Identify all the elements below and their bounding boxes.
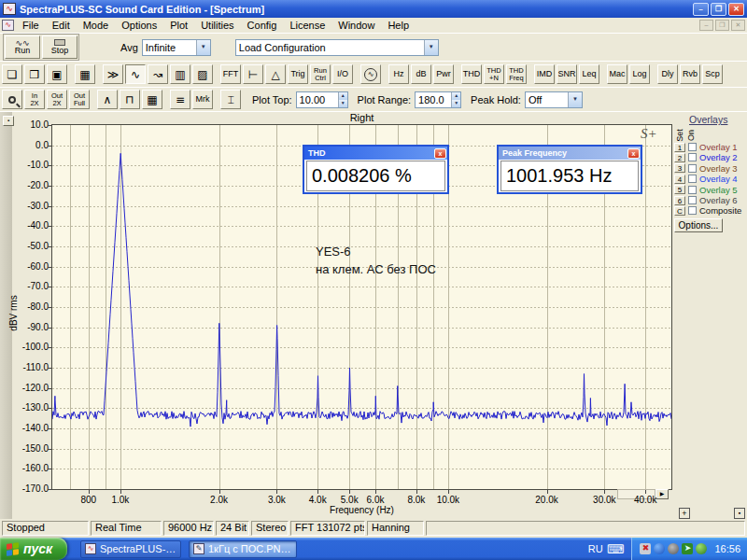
tray-icon-4[interactable]: ➤ [682, 543, 693, 554]
pwr-units-button[interactable]: Pwr [433, 64, 454, 84]
log-button[interactable]: Log [629, 64, 650, 84]
menu-item-edit[interactable]: Edit [46, 20, 77, 31]
plot-top-spinner[interactable]: ▲▼ [338, 92, 347, 107]
taskbar-task-1[interactable]: ∿SpectraPLUS-SC Sou... [80, 540, 181, 558]
plot-range-spinner[interactable]: ▲▼ [451, 92, 460, 107]
legend-button[interactable]: ≡ [170, 90, 190, 109]
restore-button[interactable]: ❐ [711, 3, 726, 16]
tray-icon-1[interactable]: ✖ [640, 543, 651, 554]
trigger-button[interactable]: Trig [288, 64, 308, 84]
peak-frequency-window[interactable]: Peak Frequency x 1001.953 Hz [497, 145, 642, 194]
spinner-down-icon[interactable]: ▼ [452, 100, 460, 107]
spinner-down-icon[interactable]: ▼ [339, 100, 347, 107]
snr-button[interactable]: SNR [557, 64, 577, 84]
leq-button[interactable]: Leq [579, 64, 599, 84]
save-button[interactable]: ▣ [47, 64, 67, 84]
overlay-set-button-5[interactable]: 5 [674, 185, 685, 194]
scope-button[interactable]: Scp [702, 64, 723, 84]
menu-item-utilities[interactable]: Utilities [194, 20, 240, 31]
keyboard-icon[interactable]: ⌨ [607, 542, 625, 556]
taskbar-task-2[interactable]: ✎1кГц с ПОС.PNG - Paint [189, 540, 297, 558]
line-plot-button[interactable]: ∧ [97, 90, 118, 109]
overlay-set-button-C[interactable]: C [674, 206, 685, 216]
thd-window[interactable]: THD x 0.008206 % [303, 145, 449, 194]
io-device-button[interactable]: I/O [332, 64, 353, 84]
peak-frequency-close-icon[interactable]: x [627, 148, 640, 159]
menu-item-options[interactable]: Options [115, 20, 163, 31]
db-units-button[interactable]: dB [411, 64, 431, 84]
overlay-on-checkbox-5[interactable] [688, 186, 697, 194]
overlay-on-checkbox-C[interactable] [688, 206, 697, 215]
menu-item-license[interactable]: License [283, 20, 331, 31]
expand-button[interactable]: + [679, 508, 690, 519]
overlay-options-button[interactable]: Options... [674, 218, 723, 232]
zoom-out-2x-button[interactable]: Out 2X [47, 90, 67, 109]
overlay-set-button-1[interactable]: 1 [674, 143, 685, 152]
avg-select[interactable]: Infinite ▼ [142, 39, 211, 56]
spinner-up-icon[interactable]: ▲ [339, 92, 347, 100]
fft-settings-button[interactable]: FFT [220, 64, 241, 84]
zoom-in-2x-button[interactable]: In 2X [24, 90, 45, 109]
peak-hold-select[interactable]: Off▼ [525, 91, 583, 108]
delay-button[interactable]: Dly [657, 64, 678, 84]
hz-units-button[interactable]: Hz [388, 64, 409, 84]
menu-item-config[interactable]: Config [241, 20, 284, 31]
run-button[interactable]: ∿∿ Run [5, 35, 40, 59]
zoom-tool-button[interactable] [2, 90, 22, 109]
tray-icon-5[interactable] [696, 543, 707, 554]
cursor-button[interactable]: ⌶ [220, 90, 241, 109]
menu-item-window[interactable]: Window [331, 20, 381, 31]
tray-icon-3[interactable] [668, 543, 679, 554]
menu-item-mode[interactable]: Mode [77, 20, 116, 31]
spinner-up-icon[interactable]: ▲ [452, 92, 460, 100]
spectrum-view-button[interactable]: ∿ [125, 64, 146, 84]
thd-window-titlebar[interactable]: THD x [304, 147, 447, 160]
scroll-right-button[interactable]: ▶ [655, 489, 669, 499]
stop-button[interactable]: Stop [42, 35, 78, 59]
peak-frequency-titlebar[interactable]: Peak Frequency x [499, 147, 641, 160]
signal-generator-button[interactable]: ∿ [360, 64, 381, 84]
reverb-button[interactable]: Rvb [680, 64, 700, 84]
menu-item-plot[interactable]: Plot [163, 20, 194, 31]
overlay-set-button-4[interactable]: 4 [674, 175, 685, 184]
overlay-on-checkbox-3[interactable] [688, 164, 697, 173]
child-restore-button[interactable]: ❐ [715, 20, 729, 31]
overlay-on-checkbox-2[interactable] [688, 153, 697, 161]
thd-freq-button[interactable]: THD Freq [506, 64, 527, 84]
tray-icon-2[interactable] [654, 543, 665, 554]
plot-top-input[interactable] [297, 92, 338, 107]
zoom-out-full-button[interactable]: Out Full [69, 90, 90, 109]
time-series-view-button[interactable]: ↝ [148, 64, 168, 84]
spectrogram-view-button[interactable]: ▨ [192, 64, 213, 84]
load-configuration-select[interactable]: Load Configuration ▼ [235, 39, 439, 56]
child-close-button[interactable]: ✕ [731, 20, 745, 31]
close-button[interactable]: ✕ [728, 3, 744, 16]
child-minimize-button[interactable]: – [699, 20, 713, 31]
macro-button[interactable]: Mac [607, 64, 627, 84]
print-button[interactable]: ▦ [75, 64, 95, 84]
menu-item-file[interactable]: File [16, 20, 46, 31]
imd-button[interactable]: IMD [534, 64, 555, 84]
open-file-button[interactable]: ❒ [24, 64, 45, 84]
overlay-set-button-6[interactable]: 6 [674, 196, 685, 205]
calibration-button[interactable]: △ [265, 64, 286, 84]
overlay-on-checkbox-6[interactable] [688, 196, 697, 204]
run-control-button[interactable]: Run Ctrl [310, 64, 331, 84]
thd-close-icon[interactable]: x [434, 148, 446, 159]
thd-button[interactable]: THD [461, 64, 482, 84]
bar-plot-button[interactable]: ▦ [142, 90, 162, 109]
overlay-set-button-2[interactable]: 2 [674, 153, 685, 162]
waterfall-view-button[interactable]: ▥ [170, 64, 190, 84]
overlay-on-checkbox-4[interactable] [688, 175, 697, 183]
start-button[interactable]: пуск [0, 538, 67, 560]
new-file-button[interactable]: ❏ [2, 64, 22, 84]
plot-range-input[interactable] [416, 92, 451, 107]
minimize-button[interactable]: – [693, 3, 709, 16]
collapse-button[interactable]: ▪ [734, 508, 745, 519]
menu-item-help[interactable]: Help [381, 20, 416, 31]
overlay-set-button-3[interactable]: 3 [674, 163, 685, 173]
marker-button[interactable]: Mrk [192, 90, 213, 109]
thd-n-button[interactable]: THD +N [484, 64, 504, 84]
scaling-button[interactable]: ⊢ [243, 64, 263, 84]
overlay-on-checkbox-1[interactable] [688, 143, 697, 151]
